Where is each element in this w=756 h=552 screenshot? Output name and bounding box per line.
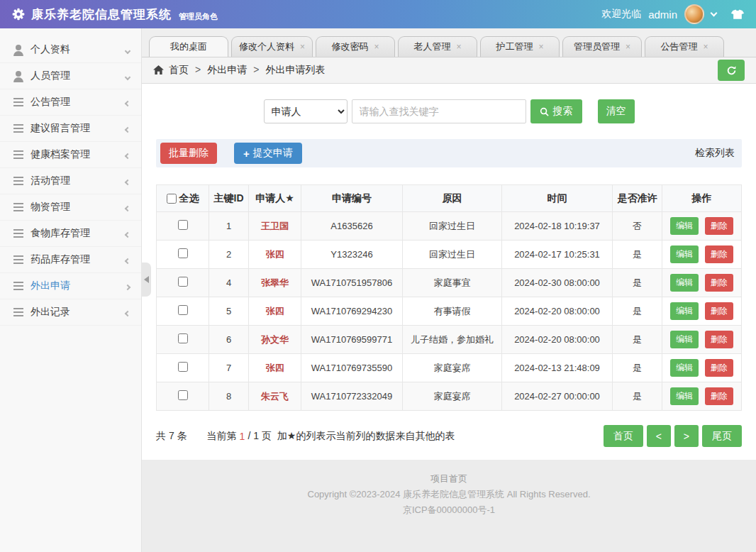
delete-button[interactable]: 删除 bbox=[705, 245, 733, 263]
delete-button[interactable]: 删除 bbox=[705, 387, 733, 405]
search-button[interactable]: 搜索 bbox=[530, 99, 582, 123]
sidebar-item[interactable]: 活动管理 bbox=[0, 168, 141, 194]
delete-button[interactable]: 删除 bbox=[705, 302, 733, 320]
search-field-select[interactable]: 申请人 bbox=[264, 99, 348, 123]
app-logo: 康乐养老院信息管理系统 管理员角色 bbox=[11, 6, 218, 23]
sidebar-collapse-handle[interactable] bbox=[141, 263, 151, 297]
close-icon[interactable] bbox=[457, 42, 462, 52]
theme-button[interactable] bbox=[730, 9, 745, 20]
expand-chevron-icon bbox=[126, 280, 130, 292]
tab[interactable]: 我的桌面 bbox=[149, 36, 228, 57]
sidebar-item[interactable]: 公告管理 bbox=[0, 89, 141, 116]
expand-chevron-icon bbox=[126, 70, 130, 82]
applicant-link[interactable]: 张翠华 bbox=[261, 277, 289, 288]
batch-delete-button[interactable]: 批量删除 bbox=[160, 143, 217, 164]
column-header: 申请编号 bbox=[301, 185, 403, 212]
menu-icon bbox=[13, 149, 24, 160]
close-icon[interactable] bbox=[300, 42, 305, 52]
footer-home-link[interactable]: 项目首页 bbox=[430, 471, 467, 487]
edit-button[interactable]: 编辑 bbox=[670, 245, 699, 263]
clear-button[interactable]: 清空 bbox=[598, 99, 635, 123]
next-page-button[interactable]: > bbox=[674, 425, 699, 447]
submit-request-button[interactable]: 提交申请 bbox=[234, 143, 302, 164]
tab[interactable]: 修改密码 bbox=[316, 36, 395, 57]
cell-code: WA1710769599771 bbox=[301, 326, 403, 354]
breadcrumb-item[interactable]: 外出申请列表 bbox=[247, 64, 325, 77]
column-header: 主键ID bbox=[209, 185, 249, 212]
tab[interactable]: 修改个人资料 bbox=[231, 36, 313, 57]
sidebar-item[interactable]: 个人资料 bbox=[0, 37, 141, 63]
row-checkbox[interactable] bbox=[178, 220, 188, 230]
chevron-down-icon[interactable] bbox=[711, 10, 718, 17]
cell-approved: 是 bbox=[613, 241, 662, 269]
close-icon[interactable] bbox=[539, 42, 544, 52]
applicant-link[interactable]: 张四 bbox=[266, 306, 284, 316]
delete-button[interactable]: 删除 bbox=[705, 359, 733, 377]
sidebar-item[interactable]: 建议留言管理 bbox=[0, 116, 141, 142]
cell-reason: 有事请假 bbox=[403, 297, 502, 326]
sidebar-item-label: 活动管理 bbox=[30, 175, 70, 187]
edit-button[interactable]: 编辑 bbox=[670, 217, 699, 235]
row-checkbox[interactable] bbox=[178, 390, 188, 400]
first-page-button[interactable]: 首页 bbox=[604, 425, 643, 447]
cell-approved: 否 bbox=[613, 212, 662, 241]
delete-button[interactable]: 删除 bbox=[705, 274, 733, 292]
close-icon[interactable] bbox=[374, 42, 379, 52]
user-avatar[interactable] bbox=[684, 4, 704, 24]
last-page-button[interactable]: 尾页 bbox=[702, 425, 742, 447]
cell-reason: 回家过生日 bbox=[403, 241, 502, 269]
cell-reason: 家庭宴席 bbox=[403, 354, 502, 382]
row-checkbox[interactable] bbox=[178, 362, 188, 372]
tab[interactable]: 护工管理 bbox=[480, 36, 560, 57]
applicant-link[interactable]: 张四 bbox=[266, 363, 284, 373]
tab[interactable]: 老人管理 bbox=[398, 36, 477, 57]
breadcrumb-item[interactable]: 首页 bbox=[169, 64, 189, 77]
select-all-checkbox[interactable] bbox=[167, 194, 177, 204]
row-checkbox[interactable] bbox=[178, 248, 188, 258]
tab-label: 公告管理 bbox=[661, 40, 698, 53]
cell-id: 5 bbox=[209, 297, 249, 326]
sidebar-item[interactable]: 健康档案管理 bbox=[0, 142, 141, 168]
toolbar: 批量删除 提交申请 检索列表 bbox=[156, 139, 742, 167]
welcome-text: 欢迎光临 bbox=[601, 8, 641, 21]
sidebar-item[interactable]: 食物库存管理 bbox=[0, 221, 141, 247]
cell-time: 2024-02-30 08:00:00 bbox=[502, 269, 613, 297]
applicant-link[interactable]: 张四 bbox=[266, 249, 284, 260]
tab-bar: 我的桌面 修改个人资料 修改密码 老人管理 bbox=[142, 28, 756, 57]
sidebar-item[interactable]: 药品库存管理 bbox=[0, 247, 141, 273]
prev-page-button[interactable]: < bbox=[647, 425, 671, 447]
sidebar-menu: 个人资料 人员管理 公告管理 bbox=[0, 37, 141, 326]
delete-button[interactable]: 删除 bbox=[705, 217, 733, 235]
sidebar-item[interactable]: 外出申请 bbox=[0, 273, 141, 299]
applicant-link[interactable]: 朱云飞 bbox=[261, 391, 289, 402]
edit-button[interactable]: 编辑 bbox=[670, 387, 699, 405]
close-icon[interactable] bbox=[626, 42, 630, 52]
edit-button[interactable]: 编辑 bbox=[670, 331, 699, 348]
row-checkbox[interactable] bbox=[178, 277, 188, 287]
close-icon[interactable] bbox=[704, 42, 708, 52]
sidebar-item[interactable]: 外出记录 bbox=[0, 299, 141, 326]
tab[interactable]: 管理员管理 bbox=[562, 36, 642, 57]
column-header: 是否准许 bbox=[613, 185, 662, 212]
cell-reason: 儿子结婚，参加婚礼 bbox=[403, 326, 502, 354]
delete-button[interactable]: 删除 bbox=[705, 331, 733, 348]
column-header: 申请人★ bbox=[249, 185, 301, 212]
sidebar-item[interactable]: 人员管理 bbox=[0, 63, 141, 89]
applicant-link[interactable]: 孙文华 bbox=[261, 334, 289, 345]
refresh-button[interactable] bbox=[718, 60, 745, 81]
edit-button[interactable]: 编辑 bbox=[670, 359, 699, 377]
tab[interactable]: 公告管理 bbox=[645, 36, 724, 57]
tab-label: 管理员管理 bbox=[574, 40, 620, 53]
current-page-prefix: 当前第 bbox=[207, 430, 237, 443]
applicant-link[interactable]: 王卫国 bbox=[261, 221, 289, 231]
row-checkbox[interactable] bbox=[178, 305, 188, 315]
edit-button[interactable]: 编辑 bbox=[670, 302, 699, 320]
breadcrumb-item[interactable]: 外出申请 bbox=[189, 64, 247, 77]
current-page-number: 1 bbox=[240, 431, 245, 442]
row-checkbox[interactable] bbox=[178, 333, 188, 343]
collapse-arrow-icon bbox=[144, 276, 149, 283]
search-input[interactable] bbox=[352, 99, 526, 123]
sidebar-item-label: 食物库存管理 bbox=[30, 227, 90, 240]
edit-button[interactable]: 编辑 bbox=[670, 274, 699, 292]
sidebar-item[interactable]: 物资管理 bbox=[0, 194, 141, 221]
